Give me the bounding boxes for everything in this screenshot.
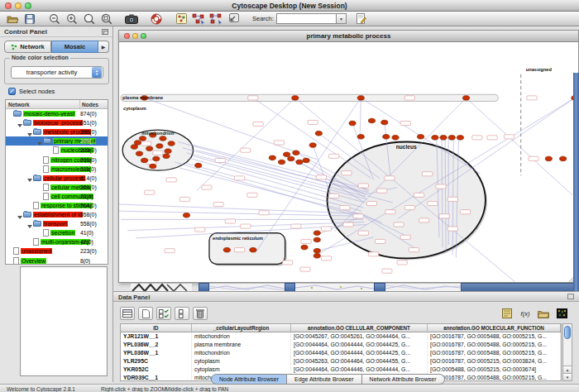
network-node[interactable] — [357, 96, 364, 101]
attribute-editor-icon[interactable] — [500, 307, 514, 320]
network-node[interactable] — [150, 164, 156, 169]
scrollbar-thumb[interactable] — [564, 326, 571, 339]
network-node[interactable] — [296, 160, 303, 165]
column-header[interactable]: ID — [121, 324, 192, 332]
network-node[interactable] — [545, 156, 552, 161]
function-builder-icon[interactable]: f(x) — [518, 307, 533, 320]
tree-col-network[interactable]: Network — [6, 100, 80, 108]
network-node[interactable] — [153, 156, 160, 161]
network-node[interactable] — [303, 158, 309, 163]
network-node[interactable] — [313, 231, 320, 236]
network-node[interactable] — [269, 155, 275, 160]
unselect-attributes-icon[interactable] — [175, 307, 189, 320]
node-color-dropdown[interactable]: transporter activity ▲▼ — [11, 66, 103, 79]
network-node[interactable] — [146, 146, 153, 151]
network-node[interactable] — [560, 156, 567, 161]
network-node[interactable] — [417, 135, 423, 140]
help-lifering-icon[interactable] — [149, 12, 164, 26]
network-node[interactable] — [368, 118, 375, 123]
save-icon[interactable] — [22, 12, 37, 26]
network-node[interactable] — [357, 135, 364, 140]
network-node[interactable] — [292, 96, 299, 101]
open-folder-icon[interactable] — [5, 12, 20, 26]
network-node[interactable] — [288, 156, 294, 161]
network-node[interactable] — [168, 141, 175, 146]
network-node[interactable] — [139, 136, 146, 141]
zoom-in-icon[interactable] — [65, 12, 79, 26]
network-node[interactable] — [301, 245, 308, 250]
tab-overflow-arrow-icon[interactable]: ▶ — [98, 41, 109, 53]
zoom-fit-icon[interactable] — [99, 12, 114, 26]
network-overview-icon[interactable] — [174, 12, 189, 26]
table-row[interactable]: YKR052Ccytoplasm[GO:0044464, GO:0044446,… — [121, 366, 561, 374]
network-node[interactable] — [440, 136, 447, 141]
network-node[interactable] — [156, 144, 163, 149]
network-node[interactable] — [309, 143, 316, 148]
network-edge[interactable] — [360, 98, 361, 135]
network-edge[interactable] — [467, 98, 572, 194]
tree-row[interactable]: nitrogen compo209(0) — [6, 155, 108, 164]
tree-row[interactable]: macromolecule311(0) — [6, 165, 108, 174]
network-node[interactable] — [392, 136, 399, 141]
network-view-window[interactable]: primary metabolic process plasma membran… — [118, 30, 579, 283]
network-node[interactable] — [293, 151, 299, 155]
network-node[interactable] — [313, 248, 320, 253]
tree-row[interactable]: biological_process651(0) — [6, 118, 108, 127]
network-node[interactable] — [195, 163, 202, 168]
tree-row[interactable]: cellular process614(0) — [6, 174, 108, 183]
search-dropdown-icon[interactable]: ▼ — [336, 13, 347, 24]
zoom-selected-icon[interactable] — [82, 12, 97, 26]
network-node[interactable] — [284, 152, 290, 157]
table-row[interactable]: YJR121W__1mitochondrion[GO:0045267, GO:0… — [121, 332, 561, 341]
tree-row[interactable]: nucleobase-209(0) — [6, 146, 108, 155]
network-node[interactable] — [183, 213, 189, 218]
delete-attribute-icon[interactable] — [193, 307, 208, 320]
tree-row[interactable]: Overview8(0) — [6, 256, 108, 265]
network-node[interactable] — [250, 247, 256, 252]
tab-node-attribute-browser[interactable]: Node Attribute Browser — [211, 374, 287, 385]
table-row[interactable]: YPL036W__1mitochondrion[GO:0044464, GO:0… — [121, 349, 561, 357]
network-node[interactable] — [448, 136, 455, 141]
table-row[interactable]: YPL036W__2plasma membrane[GO:0044464, GO… — [121, 341, 561, 349]
network-node[interactable] — [315, 131, 322, 136]
hide-selected-edges-icon[interactable] — [208, 12, 223, 26]
tree-row[interactable]: establishment of lo558(0) — [6, 210, 108, 219]
snapshot-camera-icon[interactable] — [124, 12, 139, 26]
network-node[interactable] — [457, 136, 463, 141]
network-node[interactable] — [160, 136, 166, 141]
network-edge[interactable] — [119, 211, 361, 216]
tree-row[interactable]: cellular metabo209(0) — [6, 183, 108, 192]
select-nodes-checkbox[interactable]: ✓ — [8, 88, 16, 95]
tab-mosaic[interactable]: Mosaic — [51, 41, 98, 53]
annotation-icon[interactable] — [354, 12, 369, 26]
scroll-down-icon[interactable]: ▼ — [563, 373, 572, 380]
search-input[interactable] — [276, 13, 336, 24]
network-node[interactable] — [432, 136, 438, 141]
network-node[interactable] — [278, 160, 285, 165]
tab-network-attribute-browser[interactable]: Network Attribute Browser — [362, 374, 445, 385]
network-node[interactable] — [165, 149, 171, 154]
column-header[interactable]: annotation.GO MOLECULAR_FUNCTION — [428, 324, 561, 332]
network-node[interactable] — [163, 154, 170, 159]
table-scrollbar[interactable]: ▲ ▼ — [562, 323, 572, 381]
float-panel-icon[interactable] — [102, 29, 108, 35]
zoom-out-icon[interactable] — [47, 12, 62, 26]
tree-row[interactable]: primary metabol209(... — [6, 136, 108, 146]
import-attributes-icon[interactable] — [536, 307, 551, 320]
tree-row[interactable]: unassigned223(0) — [6, 246, 108, 256]
attribute-table-icon[interactable] — [120, 307, 135, 320]
select-attributes-icon[interactable] — [156, 307, 171, 320]
column-header[interactable]: _cellularLayoutRegion — [192, 324, 291, 332]
hide-selected-nodes-icon[interactable] — [191, 12, 206, 26]
network-node[interactable] — [313, 254, 320, 259]
new-attribute-icon[interactable] — [138, 307, 153, 320]
network-canvas[interactable]: plasma membranecytoplasmmitochondrionnuc… — [119, 42, 578, 282]
destroy-network-icon[interactable] — [226, 12, 241, 26]
tree-col-nodes[interactable]: Nodes — [80, 100, 108, 108]
network-node[interactable] — [131, 145, 137, 150]
network-node[interactable] — [136, 151, 142, 156]
tree-row[interactable]: multi-organism pro42(0) — [6, 237, 108, 246]
birds-eye-view[interactable] — [20, 266, 108, 376]
network-node[interactable] — [134, 141, 141, 146]
network-node[interactable] — [462, 96, 469, 101]
